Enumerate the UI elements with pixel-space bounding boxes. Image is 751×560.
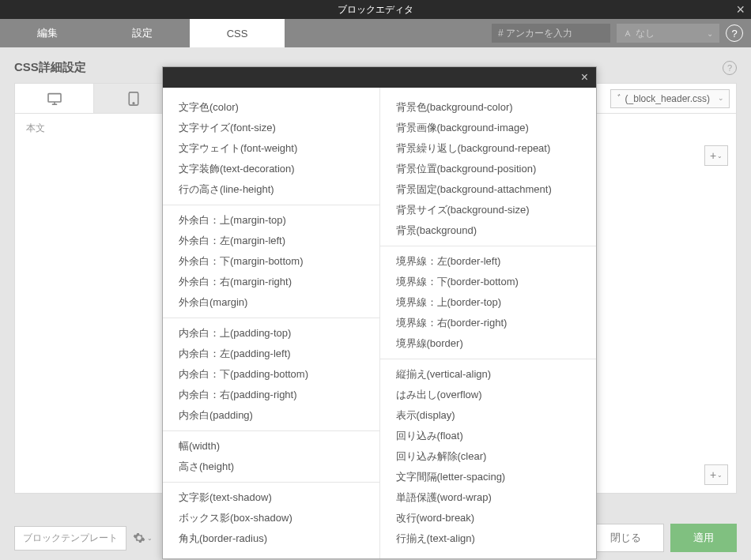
gear-icon: [133, 532, 145, 544]
settings-gear-button[interactable]: ⌄: [133, 532, 153, 544]
property-group: 文字影(text-shadow)ボックス影(box-shadow)角丸(bord…: [163, 483, 379, 554]
property-group: 境界線：左(border-left)境界線：下(border-bottom)境界…: [380, 246, 597, 359]
property-group: 幅(width)高さ(height): [163, 431, 379, 483]
import-css-select[interactable]: ﾞ (_block_header.css) ⌄: [610, 89, 730, 108]
chevron-down-icon: ⌄: [707, 29, 713, 38]
device-tablet-tab[interactable]: [94, 84, 173, 113]
property-item[interactable]: 角丸(border-radius): [163, 528, 379, 549]
property-item[interactable]: 回り込み(float): [380, 426, 597, 446]
modal-close-icon[interactable]: ×: [581, 70, 588, 85]
property-item[interactable]: 外余白：左(margin-left): [163, 231, 379, 251]
property-item[interactable]: ボックス影(box-shadow): [163, 508, 379, 528]
property-item[interactable]: 文字ウェイト(font-weight): [163, 138, 379, 159]
svg-point-4: [133, 102, 134, 103]
property-item[interactable]: 縦揃え(vertical-align): [380, 364, 597, 385]
property-item[interactable]: 内余白：左(padding-left): [163, 344, 379, 364]
window-title: ブロックエディタ: [338, 3, 413, 17]
svg-rect-0: [48, 93, 61, 101]
window-titlebar: ブロックエディタ ×: [0, 0, 751, 19]
body-label: 本文: [26, 122, 45, 135]
property-item[interactable]: 背景(background): [380, 220, 597, 241]
tab-css[interactable]: CSS: [190, 19, 285, 47]
style-select[interactable]: なし ⌄: [617, 24, 719, 43]
property-item[interactable]: 文字色(color): [163, 97, 379, 118]
property-item[interactable]: 境界線(border): [380, 333, 597, 354]
modal-body: 文字色(color)文字サイズ(font-size)文字ウェイト(font-we…: [163, 88, 596, 558]
property-item[interactable]: 背景サイズ(background-size): [380, 200, 597, 220]
property-item[interactable]: 高さ(height): [163, 457, 379, 477]
property-item[interactable]: はみ出し(overflow): [380, 385, 597, 405]
property-item[interactable]: 文字影(text-shadow): [163, 487, 379, 508]
property-item[interactable]: 背景位置(background-position): [380, 159, 597, 179]
tab-settings[interactable]: 設定: [95, 19, 190, 47]
device-desktop-tab[interactable]: [15, 84, 94, 113]
property-group: 文字色(color)文字サイズ(font-size)文字ウェイト(font-we…: [163, 92, 379, 205]
tab-edit[interactable]: 編集: [0, 19, 95, 47]
page-title: CSS詳細設定: [14, 60, 86, 75]
property-item[interactable]: 境界線：下(border-bottom): [380, 272, 597, 292]
modal-header: ×: [163, 67, 596, 88]
property-item[interactable]: 幅(width): [163, 436, 379, 457]
desktop-icon: [47, 92, 62, 105]
property-item[interactable]: 文字装飾(text-decoration): [163, 159, 379, 179]
property-item[interactable]: 外余白：右(margin-right): [163, 272, 379, 292]
help-icon-small[interactable]: ?: [723, 61, 737, 75]
add-property-button-top[interactable]: +⌄: [704, 145, 728, 166]
chevron-down-icon: ⌄: [717, 472, 723, 479]
property-item[interactable]: 境界線：右(border-right): [380, 313, 597, 333]
property-item[interactable]: 単語保護(word-wrap): [380, 487, 597, 508]
anchor-input[interactable]: [492, 24, 610, 43]
chevron-down-icon: ⌄: [147, 535, 153, 542]
property-item[interactable]: 背景画像(background-image): [380, 118, 597, 138]
window-close-icon[interactable]: ×: [736, 2, 745, 18]
tablet-icon: [128, 92, 139, 106]
property-item[interactable]: 背景色(background-color): [380, 97, 597, 118]
property-item[interactable]: 背景固定(background-attachment): [380, 179, 597, 200]
property-group: 背景色(background-color)背景画像(background-ima…: [380, 92, 597, 246]
property-item[interactable]: 内余白：上(padding-top): [163, 323, 379, 344]
chevron-down-icon: ⌄: [717, 152, 723, 160]
property-item[interactable]: 行揃え(text-align): [380, 528, 597, 549]
main-toolbar: 編集 設定 CSS なし ⌄ ?: [0, 19, 751, 47]
property-item[interactable]: 境界線：左(border-left): [380, 251, 597, 272]
property-item[interactable]: 内余白：右(padding-right): [163, 385, 379, 405]
close-button[interactable]: 閉じる: [587, 524, 664, 552]
property-column-left: 文字色(color)文字サイズ(font-size)文字ウェイト(font-we…: [163, 88, 380, 558]
property-item[interactable]: 回り込み解除(clear): [380, 446, 597, 467]
add-property-button-bottom[interactable]: +⌄: [704, 464, 728, 485]
property-item[interactable]: 背景繰り返し(background-repeat): [380, 138, 597, 159]
help-icon[interactable]: ?: [726, 24, 743, 42]
property-item[interactable]: 外余白(margin): [163, 292, 379, 313]
property-item[interactable]: 内余白：下(padding-bottom): [163, 364, 379, 385]
property-item[interactable]: 外余白：上(margin-top): [163, 210, 379, 231]
property-item[interactable]: 外余白：下(margin-bottom): [163, 251, 379, 272]
block-template-button[interactable]: ブロックテンプレート: [14, 526, 126, 551]
property-item[interactable]: 文字間隔(letter-spacing): [380, 467, 597, 487]
property-column-right: 背景色(background-color)背景画像(background-ima…: [380, 88, 597, 558]
property-group: 外余白：上(margin-top)外余白：左(margin-left)外余白：下…: [163, 205, 379, 318]
css-property-picker-modal: × 文字色(color)文字サイズ(font-size)文字ウェイト(font-…: [162, 66, 597, 559]
property-item[interactable]: 改行(word-break): [380, 508, 597, 528]
property-item[interactable]: 境界線：上(border-top): [380, 292, 597, 313]
apply-button[interactable]: 適用: [670, 524, 737, 552]
property-item[interactable]: 行の高さ(line-height): [163, 179, 379, 200]
property-item[interactable]: 内余白(padding): [163, 405, 379, 426]
chevron-down-icon: ⌄: [718, 94, 724, 102]
property-item[interactable]: 表示(display): [380, 405, 597, 426]
font-icon: [623, 28, 632, 38]
property-item[interactable]: 文字サイズ(font-size): [163, 118, 379, 138]
property-group: 内余白：上(padding-top)内余白：左(padding-left)内余白…: [163, 318, 379, 431]
property-group: 縦揃え(vertical-align)はみ出し(overflow)表示(disp…: [380, 359, 597, 554]
